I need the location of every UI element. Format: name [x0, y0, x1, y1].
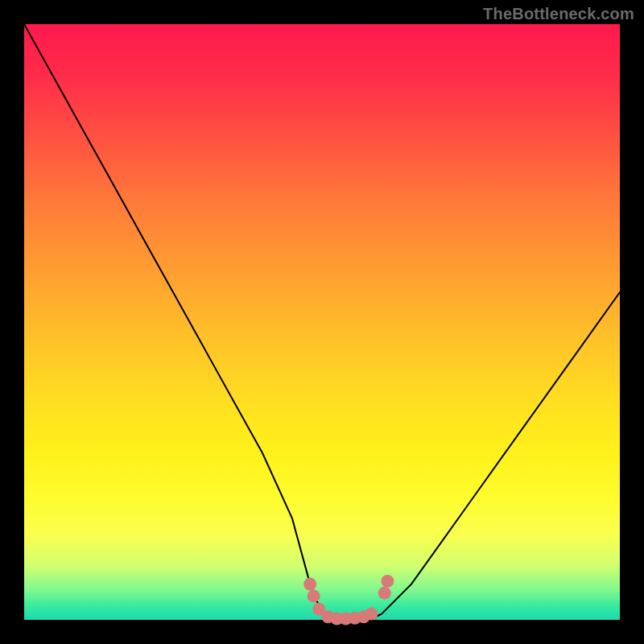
- marker-group: [303, 575, 394, 625]
- curve-svg: [24, 24, 620, 620]
- marker-dot: [378, 587, 391, 600]
- plot-area: [24, 24, 620, 620]
- marker-dot: [381, 575, 394, 588]
- marker-dot: [365, 608, 378, 621]
- chart-frame: TheBottleneck.com: [0, 0, 644, 644]
- bottleneck-curve: [24, 24, 620, 620]
- marker-dot: [303, 578, 316, 591]
- watermark-text: TheBottleneck.com: [483, 5, 634, 23]
- marker-dot: [308, 589, 320, 602]
